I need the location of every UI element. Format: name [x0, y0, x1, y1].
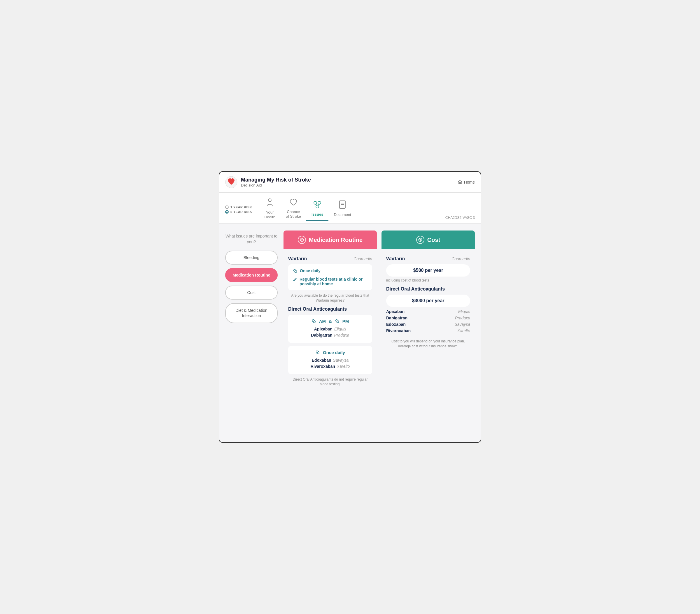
home-label: Home: [464, 180, 475, 184]
warfarin-title-row: Warfarin Coumadin: [288, 256, 372, 261]
doac-section-title: Direct Oral Anticoagulants: [288, 307, 372, 312]
pill-icon-once: [315, 350, 320, 355]
doac-footnote: Direct Oral Anticoagulants do not requir…: [288, 377, 372, 387]
pill-icon-pm: [335, 319, 339, 323]
main-content: What issues are important to you? Bleedi…: [219, 223, 481, 442]
cost-warfarin-name: Warfarin: [386, 256, 405, 261]
am-label: AM: [319, 319, 326, 324]
app-container: Managing My Risk of Stroke Decision Aid …: [219, 171, 481, 443]
tab-chance-stroke-label: Chanceof Stroke: [286, 209, 301, 219]
cost-body: Warfarin Coumadin $500 per year includin…: [382, 249, 475, 357]
radio-1year: [225, 205, 229, 209]
dabigatran-row: Dabigatran Pradaxa: [293, 333, 367, 337]
risk-option-5year[interactable]: 5 YEAR RISK: [225, 210, 252, 214]
doac-twice-daily-card: AM & PM Apixaban Eliquis: [288, 315, 372, 343]
radio-5year: [225, 210, 229, 214]
tab-issues[interactable]: Issues: [306, 198, 328, 221]
cost-rivaroxaban-name: Rivaroxaban: [386, 329, 411, 333]
cost-apixaban-row: Apixaban Eliquis: [386, 309, 470, 314]
svg-line-15: [294, 270, 296, 272]
sidebar-btn-diet[interactable]: Diet & MedicationInteraction: [225, 303, 278, 323]
tab-chance-of-stroke[interactable]: Chanceof Stroke: [280, 196, 306, 223]
chance-of-stroke-icon: [289, 199, 298, 208]
cost-warfarin-title-row: Warfarin Coumadin: [386, 256, 470, 261]
sidebar-btn-cost[interactable]: Cost: [225, 285, 278, 299]
cost-edoxaban-name: Edoxaban: [386, 322, 406, 327]
radio-inner: [226, 211, 228, 213]
medication-routine-column: Medication Routine Warfarin Coumadin: [284, 230, 377, 435]
apixaban-row: Apixaban Eliquis: [293, 327, 367, 331]
med-routine-header-label: Medication Routine: [309, 236, 363, 243]
sidebar-btn-bleeding[interactable]: Bleeding: [225, 251, 278, 265]
cost-dabigatran-name: Dabigatran: [386, 316, 408, 320]
apixaban-brand: Eliquis: [334, 327, 346, 331]
cost-edoxaban-row: Edoxaban Savaysa: [386, 322, 470, 327]
document-icon: [339, 200, 346, 211]
cost-header-label: Cost: [427, 236, 440, 243]
svg-line-17: [313, 320, 315, 322]
sidebar-question: What issues are important to you?: [225, 233, 278, 245]
header-subtitle: Decision Aid: [241, 183, 311, 187]
cost-dabigatran-row: Dabigatran Pradaxa: [386, 316, 470, 320]
pill-icon-am: [312, 319, 316, 323]
risk-option-1year[interactable]: 1 YEAR RISK: [225, 205, 252, 209]
rivaroxaban-name: Rivaroxaban: [311, 364, 335, 369]
cost-column: Cost Warfarin Coumadin $500 per year inc…: [382, 230, 475, 435]
edoxaban-brand: Savaysa: [333, 358, 349, 362]
cha-score: CHA2DS2-VASC 3: [445, 216, 475, 223]
cost-apixaban-brand: Eliquis: [458, 309, 470, 314]
cost-rivaroxaban-row: Rivaroxaban Xarelto: [386, 329, 470, 333]
warfarin-footnote: Are you available to do the regular bloo…: [288, 293, 372, 303]
home-icon: [458, 180, 462, 184]
cost-header: Cost: [382, 230, 475, 249]
tab-issues-label: Issues: [312, 212, 323, 217]
warfarin-detail-2: Regular blood tests at a clinic or possi…: [293, 277, 367, 286]
risk-5year-label: 5 YEAR RISK: [230, 210, 252, 214]
cost-rivaroxaban-brand: Xarelto: [457, 329, 470, 333]
pencil-icon: [293, 277, 297, 283]
ampersand: &: [329, 319, 332, 324]
cost-header-icon: [416, 236, 424, 244]
warfarin-info-card: Once daily Regular blood tests at a clin…: [288, 264, 372, 290]
warfarin-brand: Coumadin: [353, 256, 372, 261]
doac-cost-box: $3000 per year: [386, 295, 470, 307]
warfarin-cost-note: including cost of blood tests: [386, 278, 470, 282]
header: Managing My Risk of Stroke Decision Aid …: [219, 172, 481, 193]
dabigatran-brand: Pradaxa: [334, 333, 349, 337]
nav-bar: 1 YEAR RISK 5 YEAR RISK YourHealth: [219, 193, 481, 223]
svg-line-19: [336, 320, 338, 322]
tab-your-health[interactable]: YourHealth: [259, 195, 280, 223]
svg-line-5: [315, 204, 317, 205]
edoxaban-row: Edoxaban Savaysa: [293, 358, 367, 362]
cost-doac-title: Direct Oral Anticoagulants: [386, 286, 470, 292]
risk-selector: 1 YEAR RISK 5 YEAR RISK: [225, 205, 252, 214]
home-link[interactable]: Home: [458, 180, 475, 184]
tab-document[interactable]: Document: [328, 198, 356, 221]
columns: Medication Routine Warfarin Coumadin: [284, 230, 475, 435]
cost-warfarin-brand: Coumadin: [451, 256, 470, 261]
pill-icon-1: [293, 269, 298, 274]
warfarin-name: Warfarin: [288, 256, 307, 261]
svg-line-6: [317, 204, 320, 205]
doac-once-daily-card: Once daily Edoxaban Savaysa Rivaroxaban …: [288, 346, 372, 374]
med-routine-header: Medication Routine: [284, 230, 377, 249]
pm-label: PM: [342, 319, 349, 324]
warfarin-once-daily: Once daily: [300, 268, 321, 273]
sidebar-btn-medication[interactable]: Medication Routine: [225, 268, 278, 282]
your-health-icon: [266, 198, 274, 208]
svg-point-1: [268, 199, 271, 202]
rivaroxaban-brand: Xarelto: [337, 364, 350, 369]
med-routine-body: Warfarin Coumadin Once daily: [284, 249, 377, 395]
med-routine-header-icon: [298, 236, 306, 244]
warfarin-cost-box: $500 per year: [386, 264, 470, 277]
svg-point-3: [318, 201, 321, 204]
dabigatran-name: Dabigatran: [311, 333, 332, 337]
svg-point-4: [316, 205, 319, 208]
edoxaban-name: Edoxaban: [312, 358, 331, 362]
logo-icon: [225, 176, 237, 188]
tab-your-health-label: YourHealth: [264, 210, 275, 219]
sidebar: What issues are important to you? Bleedi…: [225, 230, 284, 435]
header-title: Managing My Risk of Stroke: [241, 177, 311, 183]
header-left: Managing My Risk of Stroke Decision Aid: [225, 176, 311, 188]
svg-line-21: [316, 351, 318, 354]
